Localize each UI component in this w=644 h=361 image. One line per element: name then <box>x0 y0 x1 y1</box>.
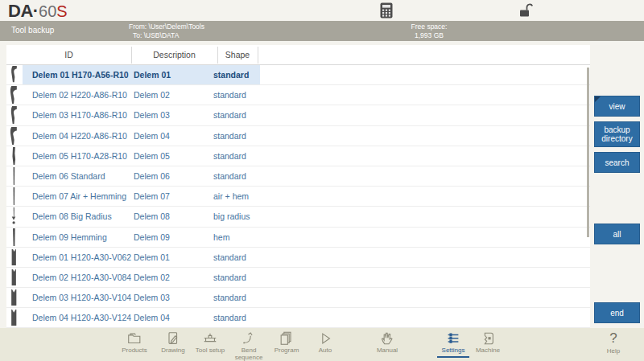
die-v-wide-icon <box>8 289 19 307</box>
tool-shape: standard <box>213 268 246 288</box>
punch-gooseneck-icon <box>8 66 19 84</box>
tool-description: Delem 06 <box>134 166 170 187</box>
auto-icon <box>308 329 343 347</box>
tool-id: Delem 02 H120-A30-V084 <box>32 268 131 288</box>
brand-logo: DA·60S <box>8 1 68 22</box>
punch-gooseneck-medium-icon <box>8 106 19 125</box>
button-label: view <box>609 102 625 111</box>
table-row[interactable]: Delem 08 Big RadiusDelem 08big radius <box>6 207 590 227</box>
table-header: IDDescriptionShape <box>6 45 590 65</box>
logo-da: DA <box>8 1 33 21</box>
tool-description: Delem 04 <box>134 126 170 146</box>
end-button[interactable]: end <box>594 302 640 323</box>
machine-icon <box>470 329 506 347</box>
tool-shape: standard <box>213 65 249 85</box>
logo-model: 60 <box>39 2 56 20</box>
table-row[interactable]: Delem 09 HemmingDelem 09hem <box>6 228 590 248</box>
tool-shape: standard <box>213 146 246 166</box>
tool-id: Delem 01 H120-A30-V062 <box>32 248 131 268</box>
tool-description: Delem 02 <box>134 85 170 105</box>
tool-shape: standard <box>213 166 246 187</box>
tool-backup-table: IDDescriptionShape Delem 01 H170-A56-R10… <box>6 45 590 328</box>
toolbar-item-tool-setup[interactable]: Tool setup <box>192 329 228 355</box>
tool-description: Delem 07 <box>134 187 170 207</box>
tool-id: Delem 02 H220-A86-R10 <box>32 85 127 105</box>
column-header-id: ID <box>6 45 131 65</box>
view-button[interactable]: view <box>594 96 640 117</box>
toolbar-item-auto[interactable]: Auto <box>308 329 343 355</box>
tool-shape: standard <box>213 248 246 268</box>
free-space-label: Free space: <box>365 23 493 31</box>
tool-shape: hem <box>213 228 229 248</box>
punch-radius-icon <box>8 207 19 226</box>
tool-description: Delem 01 <box>134 248 170 268</box>
table-body: Delem 01 H170-A56-R10Delem 01standardDel… <box>6 65 590 328</box>
table-row[interactable]: Delem 04 H220-A86-R10Delem 04standard <box>6 126 590 146</box>
tool-id: Delem 04 H120-A30-V124 <box>32 308 131 328</box>
toolbar-item-label: Settings <box>436 347 471 355</box>
column-divider <box>258 47 258 64</box>
toolbar-item-program[interactable]: Program <box>269 329 304 355</box>
table-row[interactable]: Delem 03 H170-A86-R10Delem 03standard <box>6 105 590 125</box>
status-bar: Tool backup From: \User\Delem\Tools To: … <box>0 21 644 41</box>
punch-gooseneck-large-icon <box>8 127 19 146</box>
toolbar-item-bend-sequence[interactable]: Bend sequence <box>231 329 266 361</box>
table-row[interactable]: Delem 02 H120-A30-V084Delem 02standard <box>6 268 590 288</box>
toolbar-item-help[interactable]: ? Help <box>599 329 628 355</box>
tool-id: Delem 01 H170-A56-R10 <box>32 65 129 85</box>
tool-description: Delem 05 <box>134 146 170 166</box>
vertical-scrollbar[interactable] <box>587 68 589 237</box>
tool-description: Delem 03 <box>134 288 170 308</box>
tool-shape: big radius <box>213 207 250 227</box>
tool-shape: standard <box>213 126 246 146</box>
page-title: Tool backup <box>11 26 54 35</box>
tool-id: Delem 04 H220-A86-R10 <box>32 126 127 146</box>
button-label: all <box>613 230 621 239</box>
tool-id: Delem 03 H170-A86-R10 <box>32 105 127 125</box>
table-row[interactable]: Delem 05 H170-A28-R10Delem 05standard <box>6 146 590 166</box>
toolbar-item-products[interactable]: Products <box>117 329 152 355</box>
punch-straight-icon <box>8 187 19 206</box>
button-label: end <box>610 309 624 318</box>
button-label: backup directory <box>595 125 639 143</box>
toolbar-item-label: Machine <box>470 347 506 355</box>
toolbar-item-label: Program <box>269 347 304 355</box>
table-row[interactable]: Delem 02 H220-A86-R10Delem 02standard <box>6 85 590 105</box>
toolbar-item-label: Manual <box>369 347 405 355</box>
drawing-icon <box>155 329 191 347</box>
calculator-icon <box>380 2 393 22</box>
toolbar-item-drawing[interactable]: Drawing <box>155 329 191 355</box>
program-icon <box>269 329 304 347</box>
punch-straight-icon <box>8 167 19 186</box>
table-row[interactable]: Delem 03 H120-A30-V104Delem 03standard <box>6 288 590 308</box>
toolbar-item-settings[interactable]: Settings <box>436 329 471 358</box>
toolbar-item-manual[interactable]: Manual <box>369 329 405 355</box>
column-divider <box>217 47 218 64</box>
button-label: search <box>605 158 629 167</box>
table-row[interactable]: Delem 06 StandardDelem 06standard <box>6 166 590 187</box>
tool-shape: standard <box>213 288 246 308</box>
search-button[interactable]: search <box>594 152 640 173</box>
table-row[interactable]: Delem 04 H120-A30-V124Delem 04standard <box>6 308 590 328</box>
table-row[interactable]: Delem 01 H120-A30-V062Delem 01standard <box>6 248 590 268</box>
backup-paths: From: \User\Delem\Tools To: \USB\DATA <box>129 23 204 39</box>
toolbar-item-label: Drawing <box>155 347 191 355</box>
unlock-icon <box>519 2 535 20</box>
all-button[interactable]: all <box>594 224 640 244</box>
column-header-shape: Shape <box>217 45 258 65</box>
backup-directory-button[interactable]: backup directory <box>594 121 640 147</box>
tool-description: Delem 02 <box>134 268 170 288</box>
tool-description: Delem 09 <box>134 228 170 248</box>
bend-sequence-icon <box>231 329 266 347</box>
manual-icon <box>369 329 405 347</box>
corner-fold-marker <box>595 96 601 102</box>
free-space-value: 1,993 GB <box>365 31 493 40</box>
tool-description: Delem 03 <box>134 105 170 125</box>
tool-id: Delem 05 H170-A28-R10 <box>32 146 127 166</box>
toolbar-item-machine[interactable]: Machine <box>470 329 506 355</box>
table-row[interactable]: Delem 01 H170-A56-R10Delem 01standard <box>6 65 590 85</box>
tool-shape: standard <box>213 105 246 125</box>
settings-icon <box>436 329 471 347</box>
table-row[interactable]: Delem 07 Air + HemmingDelem 07air + hem <box>6 187 590 207</box>
toolbar-item-label: Help <box>599 347 628 355</box>
